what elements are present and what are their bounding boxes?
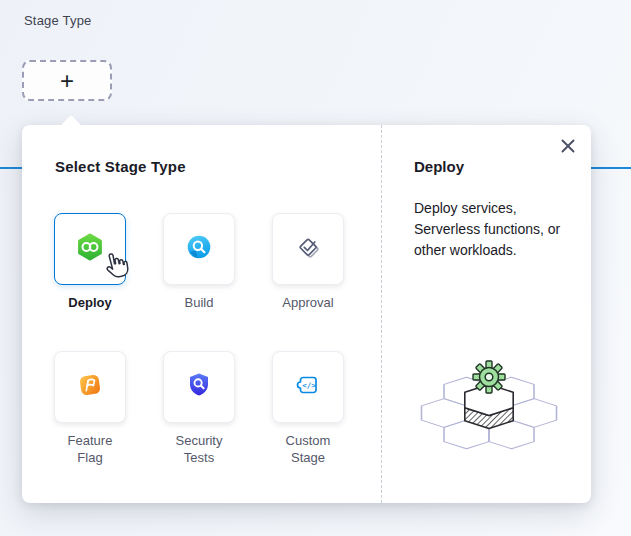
- approval-diamond-icon: [292, 231, 324, 267]
- stage-cell-custom-stage: </> Custom Stage: [272, 351, 344, 466]
- feature-flag-icon: [74, 369, 106, 405]
- gear-icon: [473, 361, 505, 393]
- stage-cell-deploy: Deploy: [54, 213, 126, 311]
- stage-label-deploy: Deploy: [68, 294, 111, 311]
- stage-cell-security-tests: Security Tests: [163, 351, 235, 466]
- plus-icon: +: [60, 67, 74, 95]
- add-stage-button[interactable]: +: [22, 60, 112, 101]
- cd-hexagon-icon: [74, 231, 106, 267]
- stage-label-security-tests: Security Tests: [163, 432, 235, 466]
- select-stage-popover: Select Stage Type Deploy: [22, 125, 591, 503]
- stage-cell-approval: Approval: [272, 213, 344, 311]
- security-shield-icon: [183, 369, 215, 405]
- stage-label-feature-flag: Feature Flag: [54, 432, 126, 466]
- stage-detail-description: Deploy services, Serverless functions, o…: [414, 198, 576, 261]
- ci-circle-icon: [183, 231, 215, 267]
- stage-card-deploy[interactable]: [54, 213, 126, 285]
- popover-divider: [381, 125, 382, 503]
- popover-caret: [61, 115, 81, 135]
- stage-label-approval: Approval: [282, 294, 333, 311]
- stage-card-feature-flag[interactable]: [54, 351, 126, 423]
- stage-detail-panel: Deploy Deploy services, Serverless funct…: [414, 125, 599, 261]
- stage-card-build[interactable]: [163, 213, 235, 285]
- stage-card-approval[interactable]: [272, 213, 344, 285]
- stage-detail-title: Deploy: [414, 158, 599, 175]
- stage-cards-grid: Deploy Build: [54, 213, 344, 466]
- stage-card-custom-stage[interactable]: </>: [272, 351, 344, 423]
- stage-cell-build: Build: [163, 213, 235, 311]
- stage-cell-feature-flag: Feature Flag: [54, 351, 126, 466]
- stage-card-security-tests[interactable]: [163, 351, 235, 423]
- custom-stage-icon: </>: [292, 369, 324, 405]
- stage-type-label: Stage Type: [24, 13, 92, 28]
- popover-title: Select Stage Type: [55, 158, 186, 175]
- stage-label-custom-stage: Custom Stage: [272, 432, 344, 466]
- deploy-illustration: [402, 335, 580, 461]
- stage-label-build: Build: [185, 294, 214, 311]
- svg-text:</>: </>: [302, 381, 316, 390]
